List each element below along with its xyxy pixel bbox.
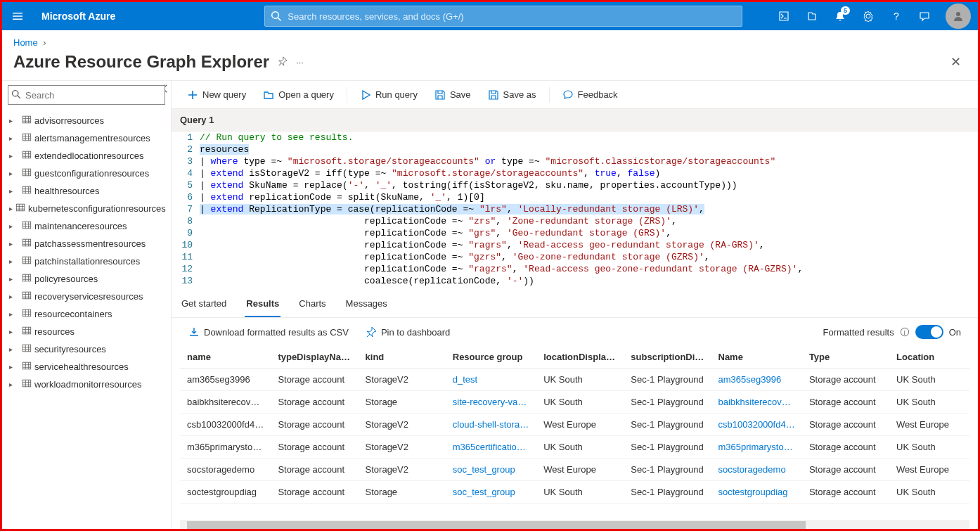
table-cell[interactable]: soc_test_group (446, 481, 536, 504)
table-cell: Storage (359, 481, 446, 504)
table-cell[interactable]: d_test (446, 369, 536, 391)
sidebar-item[interactable]: ▸workloadmonitorresources (8, 376, 165, 393)
sidebar-item[interactable]: ▸extendedlocationresources (8, 147, 165, 165)
sidebar-item[interactable]: ▸guestconfigurationresources (8, 165, 165, 182)
cloud-shell-icon[interactable] (770, 2, 798, 30)
table-row[interactable]: baibkhsiterecovasrcacheStorage accountSt… (180, 391, 969, 414)
table-cell: Storage account (802, 459, 889, 481)
svg-rect-4 (22, 151, 30, 158)
more-icon[interactable]: ··· (296, 57, 304, 68)
sidebar-item[interactable]: ▸patchassessmentresources (8, 235, 165, 252)
table-cell: Sec-1 Playground (624, 369, 711, 391)
tab-results[interactable]: Results (245, 291, 281, 317)
sidebar-item[interactable]: ▸recoveryservicesresources (8, 288, 165, 305)
sidebar-item[interactable]: ▸kubernetesconfigurationresources (8, 200, 165, 217)
download-csv-button[interactable]: Download formatted results as CSV (188, 326, 349, 338)
table-icon (22, 290, 32, 302)
table-row[interactable]: am365seg3996Storage accountStorageV2d_te… (180, 369, 969, 391)
sidebar-item[interactable]: ▸advisorresources (8, 112, 165, 129)
table-cell[interactable]: am365seg3996 (711, 369, 802, 391)
chevron-right-icon: ▸ (9, 152, 19, 160)
tab-charts[interactable]: Charts (297, 291, 327, 317)
sidebar-item[interactable]: ▸alertsmanagementresources (8, 129, 165, 147)
sidebar-item-label: securityresources (34, 344, 106, 354)
table-icon (22, 132, 32, 144)
column-header[interactable]: subscriptionDisplay... (624, 346, 711, 369)
sidebar-item[interactable]: ▸maintenanceresources (8, 217, 165, 235)
sidebar-item[interactable]: ▸healthresources (8, 182, 165, 200)
scrollbar-thumb[interactable] (187, 521, 806, 530)
table-cell: am365seg3996 (180, 369, 271, 391)
feedback-button[interactable]: Feedback (555, 87, 625, 103)
table-row[interactable]: m365primarystorageStorage accountStorage… (180, 436, 969, 459)
svg-rect-11 (22, 274, 30, 281)
table-row[interactable]: soctestgroupdiagStorage accountStorageso… (180, 481, 969, 504)
directories-icon[interactable] (798, 2, 826, 30)
pin-icon[interactable] (278, 56, 288, 68)
column-header[interactable]: name (180, 346, 271, 369)
feedback-icon[interactable] (910, 2, 939, 30)
new-query-button[interactable]: New query (180, 87, 253, 103)
table-cell: Storage account (271, 369, 358, 391)
sidebar-item-label: patchinstallationresources (34, 256, 140, 267)
notifications-icon[interactable]: 5 (826, 2, 854, 30)
column-header[interactable]: kind (359, 346, 446, 369)
sidebar-search-input[interactable] (8, 85, 165, 105)
table-cell: csb10032000fd40f2aa (180, 414, 271, 436)
chevron-right-icon: ▸ (9, 205, 13, 212)
column-header[interactable]: Resource group (446, 346, 536, 369)
table-cell[interactable]: m365certification_test (446, 436, 536, 459)
sidebar-item[interactable]: ▸servicehealthresources (8, 358, 165, 376)
chevron-right-icon: ▸ (9, 328, 19, 335)
avatar[interactable] (946, 4, 971, 29)
column-header[interactable]: Type (802, 346, 889, 369)
info-icon[interactable]: i (900, 327, 910, 337)
settings-icon[interactable] (854, 2, 882, 30)
table-cell[interactable]: soctestgroupdiag (711, 481, 802, 504)
table-cell[interactable]: baibkhsiterecovasrcac... (711, 391, 802, 414)
table-cell: West Europe (889, 414, 969, 436)
table-cell[interactable]: csb10032000fd40f2aa (711, 414, 802, 436)
column-header[interactable]: typeDisplayName (271, 346, 358, 369)
table-cell: Sec-1 Playground (624, 414, 711, 436)
close-icon[interactable]: ✕ (950, 54, 961, 70)
column-header[interactable]: locationDisplayName (536, 346, 624, 369)
global-search-input[interactable] (288, 11, 736, 22)
help-icon[interactable]: ? (882, 2, 910, 30)
table-cell[interactable]: socstoragedemo (711, 459, 802, 481)
query-editor[interactable]: 1// Run query to see results.2resources3… (172, 132, 978, 287)
sidebar-item[interactable]: ▸patchinstallationresources (8, 252, 165, 270)
breadcrumb-home[interactable]: Home (13, 37, 38, 48)
column-header[interactable]: Name (711, 346, 802, 369)
result-tabs: Get started Results Charts Messages (172, 291, 978, 318)
table-cell[interactable]: soc_test_group (446, 459, 536, 481)
column-header[interactable]: Location (889, 346, 969, 369)
hamburger-menu[interactable] (2, 11, 33, 22)
save-button[interactable]: Save (427, 87, 478, 103)
table-cell[interactable]: cloud-shell-storage-w... (446, 414, 536, 436)
table-cell[interactable]: site-recovery-vault-uk-... (446, 391, 536, 414)
table-cell[interactable]: m365primarystorage (711, 436, 802, 459)
sidebar-item[interactable]: ▸resources (8, 323, 165, 340)
tab-get-started[interactable]: Get started (180, 291, 228, 317)
sidebar-item[interactable]: ▸resourcecontainers (8, 305, 165, 323)
horizontal-scrollbar[interactable] (180, 520, 969, 531)
formatted-results-switch[interactable] (915, 325, 943, 339)
svg-text:i: i (903, 329, 905, 336)
run-query-button[interactable]: Run query (353, 87, 425, 103)
global-search[interactable] (264, 6, 742, 27)
tab-messages[interactable]: Messages (344, 291, 389, 317)
query-tab[interactable]: Query 1 (172, 109, 978, 132)
save-as-button[interactable]: Save as (481, 87, 543, 103)
sidebar-item[interactable]: ▸policyresources (8, 270, 165, 288)
table-row[interactable]: csb10032000fd40f2aaStorage accountStorag… (180, 414, 969, 436)
svg-rect-13 (22, 309, 30, 316)
pin-dashboard-button[interactable]: Pin to dashboard (366, 326, 450, 338)
sidebar-item[interactable]: ▸securityresources (8, 340, 165, 358)
results-table: nametypeDisplayNamekindResource grouploc… (180, 346, 969, 504)
table-cell: Storage account (802, 369, 889, 391)
table-row[interactable]: socstoragedemoStorage accountStorageV2so… (180, 459, 969, 481)
search-icon (271, 11, 282, 22)
open-query-button[interactable]: Open a query (256, 87, 341, 103)
sidebar-item-label: servicehealthresources (34, 362, 129, 372)
